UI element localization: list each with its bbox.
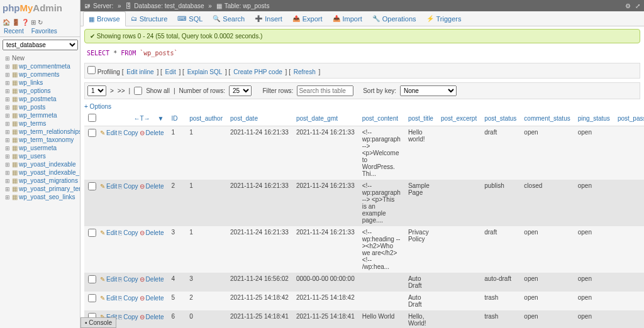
col-ID[interactable]: ID <box>168 111 186 126</box>
sql-icon[interactable]: ⊞ <box>31 19 36 26</box>
row-checkbox[interactable] <box>88 229 96 237</box>
col-post_date[interactable]: post_date <box>226 111 292 126</box>
delete-button[interactable]: Delete <box>146 314 164 320</box>
database-select[interactable]: test_database <box>3 40 78 50</box>
edit-link[interactable]: Edit <box>165 68 176 75</box>
tree-item-wp_users[interactable]: ⊞▦wp_users <box>0 152 80 160</box>
row-checkbox[interactable] <box>88 129 96 137</box>
profiling-checkbox[interactable] <box>87 66 96 74</box>
home-icon[interactable]: 🏠 <box>3 19 10 26</box>
col-post_status[interactable]: post_status <box>480 111 520 126</box>
cell-date: 2021-11-24 16:21:33 <box>226 126 292 180</box>
delete-button[interactable]: Delete <box>146 276 164 283</box>
edit-button[interactable]: Edit <box>106 183 117 190</box>
page-select[interactable]: 1 <box>87 85 106 96</box>
row-checkbox[interactable] <box>88 294 96 302</box>
last-page[interactable]: >> <box>118 87 125 94</box>
table-icon: ▦ <box>12 194 18 200</box>
tree-new[interactable]: ⊞New <box>0 54 80 62</box>
tree-item-wp_term_taxonomy[interactable]: ⊞▦wp_term_taxonomy <box>0 136 80 144</box>
copy-button[interactable]: Copy <box>123 295 138 302</box>
tab-structure[interactable]: 🗂Structure <box>126 11 173 26</box>
reload-icon[interactable]: ↻ <box>38 19 43 26</box>
col-post_password[interactable]: post_password <box>614 111 644 126</box>
tree-item-wp_comments[interactable]: ⊞▦wp_comments <box>0 70 80 79</box>
sql-tab-icon: ⌨ <box>177 15 186 22</box>
col-post_excerpt[interactable]: post_excerpt <box>437 111 480 126</box>
tab-browse[interactable]: ▦Browse <box>83 11 126 26</box>
col-ping_status[interactable]: ping_status <box>574 111 614 126</box>
settings-icon[interactable]: ⚙ <box>625 3 631 9</box>
tree-item-wp_commentmeta[interactable]: ⊞▦wp_commentmeta <box>0 62 80 70</box>
tree-item-wp_terms[interactable]: ⊞▦wp_terms <box>0 119 80 128</box>
tab-search[interactable]: 🔍Search <box>208 11 250 26</box>
tree-item-wp_termmeta[interactable]: ⊞▦wp_termmeta <box>0 111 80 119</box>
tab-operations[interactable]: 🔧Operations <box>367 11 421 26</box>
delete-icon: ⊖ <box>140 295 145 302</box>
cell-pstatus: open <box>574 292 614 310</box>
delete-button[interactable]: Delete <box>146 183 164 190</box>
cell-date-gmt: 2021-11-24 16:21:33 <box>292 180 358 226</box>
edit-button[interactable]: Edit <box>106 129 117 136</box>
copy-button[interactable]: Copy <box>123 129 138 136</box>
logo[interactable]: phpMyAdmin <box>0 0 80 19</box>
tab-sql[interactable]: ⌨SQL <box>172 11 208 26</box>
cell-id: 1 <box>168 126 186 180</box>
showall-checkbox[interactable] <box>134 87 142 95</box>
delete-button[interactable]: Delete <box>146 129 164 136</box>
options-link[interactable]: + Options <box>84 103 111 110</box>
copy-button[interactable]: Copy <box>123 314 138 320</box>
tree-item-wp_yoast_indexable_hierarchy[interactable]: ⊞▦wp_yoast_indexable_hierarchy <box>0 168 80 177</box>
edit-inline-link[interactable]: Edit inline <box>126 68 153 75</box>
cell-title: Privacy Policy <box>404 226 437 273</box>
row-checkbox[interactable] <box>88 182 96 190</box>
php-code-link[interactable]: Create PHP code <box>233 68 282 75</box>
filter-input[interactable] <box>297 85 353 96</box>
tree-item-wp_yoast_indexable[interactable]: ⊞▦wp_yoast_indexable <box>0 160 80 168</box>
tab-insert[interactable]: ➕Insert <box>250 11 287 26</box>
tree-item-wp_postmeta[interactable]: ⊞▦wp_postmeta <box>0 95 80 103</box>
cell-pw <box>614 226 644 273</box>
delete-button[interactable]: Delete <box>146 229 164 236</box>
next-page[interactable]: > <box>110 87 114 94</box>
col-post_content[interactable]: post_content <box>358 111 404 126</box>
explain-link[interactable]: Explain SQL <box>187 68 223 75</box>
sort-indicator[interactable]: ▼ <box>154 111 168 126</box>
logout-icon[interactable]: 🚪 <box>12 19 19 26</box>
copy-button[interactable]: Copy <box>123 276 138 283</box>
col-post_author[interactable]: post_author <box>186 111 226 126</box>
tree-item-wp_usermeta[interactable]: ⊞▦wp_usermeta <box>0 144 80 152</box>
docs-icon[interactable]: ❓ <box>21 19 29 26</box>
col-post_title[interactable]: post_title <box>404 111 437 126</box>
delete-button[interactable]: Delete <box>146 295 164 302</box>
tree-item-wp_options[interactable]: ⊞▦wp_options <box>0 87 80 95</box>
console-toggle[interactable]: ▪ Console <box>80 317 116 328</box>
tab-favorites[interactable]: Favorites <box>28 26 61 36</box>
tree-item-wp_links[interactable]: ⊞▦wp_links <box>0 79 80 87</box>
row-checkbox[interactable] <box>88 275 96 283</box>
tab-triggers[interactable]: ⚡Triggers <box>421 11 467 26</box>
tab-recent[interactable]: Recent <box>0 26 28 36</box>
rows-select[interactable]: 25 <box>229 85 252 96</box>
copy-button[interactable]: Copy <box>123 183 138 190</box>
edit-button[interactable]: Edit <box>106 276 117 283</box>
edit-button[interactable]: Edit <box>106 295 117 302</box>
select-all[interactable] <box>88 114 96 122</box>
tree-item-wp_yoast_migrations[interactable]: ⊞▦wp_yoast_migrations <box>0 177 80 185</box>
tree-item-wp_yoast_seo_links[interactable]: ⊞▦wp_yoast_seo_links <box>0 193 80 201</box>
refresh-link[interactable]: Refresh <box>294 68 316 75</box>
tab-import[interactable]: 📥Import <box>328 11 367 26</box>
table-icon: ▦ <box>12 128 18 135</box>
copy-button[interactable]: Copy <box>123 229 138 236</box>
edit-button[interactable]: Edit <box>106 229 117 236</box>
cell-title: Hello, World! <box>404 310 437 328</box>
col-post_date_gmt[interactable]: post_date_gmt <box>292 111 358 126</box>
sortby-select[interactable]: None <box>400 85 457 96</box>
cell-date-gmt: 2021-11-25 14:18:41 <box>292 310 358 328</box>
col-comment_status[interactable]: comment_status <box>520 111 574 126</box>
tree-item-wp_posts[interactable]: ⊞▦wp_posts <box>0 103 80 111</box>
tree-item-wp_yoast_primary_term[interactable]: ⊞▦wp_yoast_primary_term <box>0 185 80 193</box>
tree-item-wp_term_relationships[interactable]: ⊞▦wp_term_relationships <box>0 128 80 136</box>
expand-icon[interactable]: ⤢ <box>635 3 640 9</box>
tab-export[interactable]: 📤Export <box>287 11 328 26</box>
